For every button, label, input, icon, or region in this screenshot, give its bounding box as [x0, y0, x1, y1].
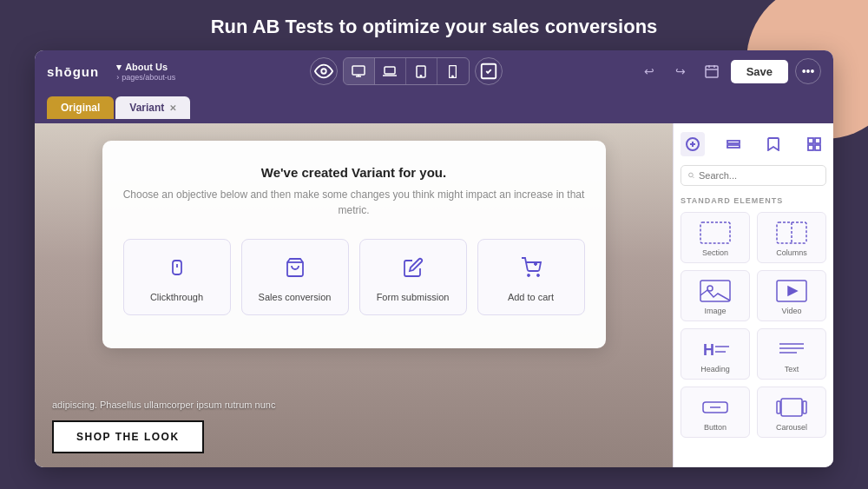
text-label: Text [785, 365, 799, 373]
form-submission-icon [403, 257, 424, 283]
columns-label: Columns [776, 248, 807, 257]
carousel-label: Carousel [776, 423, 807, 432]
canvas-bottom: adipiscing. Phasellus ullamcorper ipsum … [35, 386, 673, 467]
video-label: Video [782, 307, 802, 315]
tab-variant[interactable]: Variant ✕ [115, 96, 190, 119]
element-columns[interactable]: Columns [757, 212, 826, 263]
laptop-button[interactable] [375, 58, 406, 84]
shop-the-look-button[interactable]: SHOP THE LOOK [52, 420, 204, 453]
undo-button[interactable]: ↩ [637, 59, 661, 83]
svg-marker-39 [788, 287, 797, 295]
elements-grid: Section Columns I [681, 212, 826, 438]
layout-button[interactable] [721, 132, 746, 156]
sales-conversion-label: Sales conversion [259, 292, 332, 302]
breadcrumb-sub: › pages/about-us [116, 73, 175, 82]
breadcrumb-title: ▾ About Us [116, 62, 175, 73]
panel-toolbar [681, 132, 826, 156]
modal-subtitle: Choose an objective below and then make … [123, 187, 585, 218]
toolbar-center [175, 57, 636, 85]
svg-rect-26 [727, 145, 740, 148]
tab-variant-close[interactable]: ✕ [169, 103, 176, 113]
desktop-button[interactable] [344, 58, 375, 84]
svg-point-31 [689, 173, 694, 177]
tablet-button[interactable] [406, 58, 437, 84]
button-label: Button [704, 423, 727, 432]
svg-rect-30 [815, 145, 820, 150]
bookmark-button[interactable] [761, 132, 786, 156]
svg-point-9 [452, 76, 453, 76]
tab-bar: Original Variant ✕ [35, 92, 833, 123]
search-icon [688, 170, 694, 181]
svg-rect-49 [777, 401, 780, 413]
right-panel: STANDARD ELEMENTS Section Columns [673, 123, 833, 467]
svg-rect-11 [706, 66, 718, 77]
svg-rect-48 [781, 399, 802, 416]
section-element-icon [700, 221, 731, 244]
image-element-icon [700, 280, 731, 302]
more-button[interactable]: ••• [795, 58, 821, 84]
app-window: shōgun ▾ About Us › pages/about-us [35, 50, 833, 467]
ab-test-button[interactable] [475, 57, 503, 85]
lorem-text: adipiscing. Phasellus ullamcorper ipsum … [52, 400, 655, 410]
video-element-icon [776, 280, 807, 302]
form-submission-label: Form submission [377, 292, 450, 302]
top-bar: shōgun ▾ About Us › pages/about-us [35, 50, 833, 92]
logo-area: shōgun [47, 64, 99, 79]
element-section[interactable]: Section [681, 212, 750, 263]
svg-point-19 [537, 274, 539, 276]
element-text[interactable]: Text [757, 328, 826, 380]
svg-line-32 [693, 176, 694, 177]
save-button[interactable]: Save [731, 60, 788, 83]
modal-title: We've created Variant for you. [123, 165, 585, 180]
search-bar[interactable] [681, 165, 826, 186]
section-label: Section [702, 248, 728, 257]
variant-modal: We've created Variant for you. Choose an… [102, 141, 606, 348]
add-to-cart-icon [521, 257, 542, 283]
image-label: Image [704, 307, 726, 315]
search-input[interactable] [699, 170, 819, 181]
redo-button[interactable]: ↪ [668, 59, 693, 83]
svg-text:H: H [703, 341, 714, 359]
svg-point-18 [528, 274, 529, 276]
add-to-cart-label: Add to cart [508, 292, 554, 302]
element-button[interactable]: Button [681, 387, 750, 438]
svg-rect-4 [385, 67, 395, 74]
toolbar-right: ↩ ↪ Save ••• [637, 58, 821, 84]
text-element-icon [776, 338, 807, 360]
carousel-element-icon [776, 396, 807, 419]
element-carousel[interactable]: Carousel [757, 387, 826, 438]
tab-original[interactable]: Original [47, 96, 114, 119]
clickthrough-label: Clickthrough [150, 292, 203, 302]
objective-add-to-cart[interactable]: Add to cart [477, 239, 585, 315]
device-group [343, 57, 470, 85]
objective-form-submission[interactable]: Form submission [359, 239, 467, 315]
heading-label: Heading [700, 365, 730, 373]
objective-clickthrough[interactable]: Clickthrough [123, 239, 231, 315]
heading-element-icon: H [700, 338, 731, 360]
logo: shōgun [47, 64, 99, 79]
breadcrumb-area[interactable]: ▾ About Us › pages/about-us [116, 62, 175, 82]
content-area: We've created Variant for you. Choose an… [35, 123, 833, 467]
mobile-button[interactable] [437, 58, 469, 84]
svg-rect-1 [352, 66, 365, 75]
columns-element-icon [776, 221, 807, 244]
svg-point-7 [421, 75, 422, 76]
grid-button[interactable] [802, 132, 826, 156]
element-image[interactable]: Image [681, 270, 750, 321]
preview-button[interactable] [310, 57, 338, 85]
objective-sales-conversion[interactable]: Sales conversion [241, 239, 349, 315]
elements-section-label: STANDARD ELEMENTS [681, 196, 826, 205]
sales-conversion-icon [285, 257, 306, 283]
add-element-button[interactable] [681, 132, 705, 156]
svg-rect-25 [727, 141, 740, 143]
svg-point-0 [321, 69, 326, 74]
element-heading[interactable]: H Heading [681, 328, 750, 380]
page-heading: Run AB Tests to optimize your sales conv… [0, 0, 868, 50]
canvas-area: We've created Variant for you. Choose an… [35, 123, 673, 467]
element-video[interactable]: Video [757, 270, 826, 321]
svg-rect-33 [700, 222, 730, 243]
clickthrough-icon [167, 257, 187, 283]
objective-grid: Clickthrough Sales convers [123, 239, 585, 315]
svg-rect-29 [808, 145, 813, 150]
calendar-button[interactable] [700, 59, 724, 83]
